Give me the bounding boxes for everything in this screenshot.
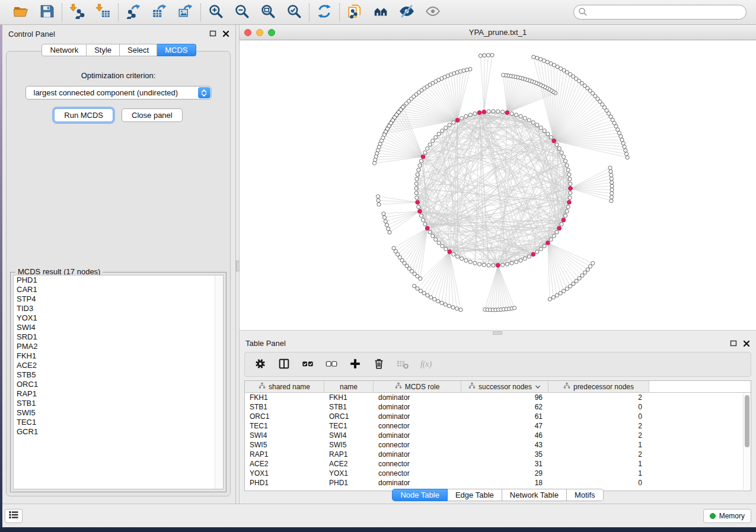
cell-mcds_role[interactable]: connector — [374, 459, 461, 469]
cell-mcds_role[interactable]: connector — [374, 421, 461, 431]
cell-successor_nodes[interactable]: 96 — [461, 393, 548, 402]
tab-select[interactable]: Select — [120, 44, 157, 56]
cell-shared_name[interactable]: YOX1 — [245, 469, 324, 478]
export-image-button[interactable] — [177, 4, 194, 21]
table-row[interactable]: STB1STB1dominator620 — [245, 402, 751, 412]
table-row[interactable]: FKH1FKH1dominator962 — [245, 393, 751, 402]
mcds-result-item[interactable]: SWI4 — [14, 323, 223, 332]
close-panel-icon[interactable] — [222, 30, 229, 38]
refresh-button[interactable] — [315, 4, 333, 21]
export-network-button[interactable] — [125, 4, 142, 21]
cell-predecessor_nodes[interactable]: 0 — [548, 478, 649, 488]
cell-predecessor_nodes[interactable]: 2 — [548, 421, 649, 431]
tab-network[interactable]: Network — [42, 44, 87, 56]
mcds-result-item[interactable]: STB5 — [14, 370, 223, 380]
tab-node-table[interactable]: Node Table — [392, 489, 448, 501]
cell-predecessor_nodes[interactable]: 1 — [548, 469, 649, 478]
zoom-out-button[interactable] — [233, 4, 251, 21]
cell-shared_name[interactable]: SWI4 — [245, 431, 324, 440]
cell-name[interactable]: SWI5 — [324, 440, 374, 450]
cell-successor_nodes[interactable]: 43 — [461, 440, 548, 450]
gear-button[interactable] — [253, 357, 267, 371]
network-canvas[interactable] — [240, 40, 754, 330]
tab-motifs[interactable]: Motifs — [567, 489, 604, 501]
cell-predecessor_nodes[interactable]: 0 — [548, 402, 649, 412]
column-header-predecessor_nodes[interactable]: predecessor nodes — [548, 381, 649, 393]
table-row[interactable]: RAP1RAP1dominator352 — [245, 450, 751, 459]
column-header-mcds_role[interactable]: MCDS role — [374, 381, 461, 393]
cell-name[interactable]: SWI4 — [324, 431, 374, 440]
mcds-result-list[interactable]: PHD1CAR1STP4TID3YOX1SWI4SRD1PMA2FKH1ACE2… — [13, 275, 224, 489]
cell-mcds_role[interactable]: dominator — [374, 402, 461, 412]
export-table-button[interactable] — [151, 4, 168, 21]
cell-successor_nodes[interactable]: 46 — [461, 431, 548, 440]
cell-successor_nodes[interactable]: 18 — [461, 478, 548, 488]
clone-network-button[interactable] — [346, 4, 363, 21]
result-list-scrollbar[interactable] — [215, 275, 223, 489]
cell-name[interactable]: YOX1 — [324, 469, 374, 478]
column-header-shared_name[interactable]: shared name — [245, 381, 324, 393]
run-mcds-button[interactable]: Run MCDS — [54, 108, 113, 122]
cell-name[interactable]: ORC1 — [324, 412, 374, 421]
cell-shared_name[interactable]: ORC1 — [245, 412, 324, 421]
cell-mcds_role[interactable]: dominator — [374, 412, 461, 421]
cell-successor_nodes[interactable]: 62 — [461, 402, 548, 412]
table-row[interactable]: TEC1TEC1connector472 — [245, 421, 751, 431]
mcds-result-item[interactable]: GCR1 — [14, 427, 223, 437]
mcds-result-item[interactable]: CAR1 — [14, 285, 223, 294]
cell-successor_nodes[interactable]: 31 — [461, 459, 548, 469]
zoom-in-button[interactable] — [207, 4, 225, 21]
deselect-all-button[interactable] — [324, 357, 339, 371]
show-details-button[interactable] — [424, 4, 442, 21]
cell-shared_name[interactable]: PHD1 — [245, 478, 324, 488]
cell-shared_name[interactable]: TEC1 — [245, 421, 324, 431]
cell-name[interactable]: ACE2 — [324, 459, 374, 469]
cell-successor_nodes[interactable]: 29 — [461, 469, 548, 478]
cell-name[interactable]: FKH1 — [324, 393, 374, 402]
search-input[interactable] — [573, 5, 747, 20]
cell-successor_nodes[interactable]: 61 — [461, 412, 548, 421]
open-folder-button[interactable] — [12, 4, 30, 21]
cell-shared_name[interactable]: SWI5 — [245, 440, 324, 450]
table-row[interactable]: SWI4SWI4dominator462 — [245, 431, 751, 440]
cell-shared_name[interactable]: STB1 — [245, 402, 324, 412]
column-header-name[interactable]: name — [324, 381, 374, 393]
cell-predecessor_nodes[interactable]: 2 — [548, 431, 649, 440]
mcds-result-item[interactable]: PHD1 — [14, 275, 223, 285]
tab-mcds[interactable]: MCDS — [157, 44, 196, 56]
birdseye-view-button[interactable] — [372, 4, 390, 21]
mcds-result-item[interactable]: RAP1 — [14, 389, 223, 399]
cell-name[interactable]: TEC1 — [324, 421, 374, 431]
float-table-panel-icon[interactable] — [729, 339, 737, 347]
cell-predecessor_nodes[interactable]: 1 — [548, 440, 649, 450]
columns-button[interactable] — [277, 357, 291, 371]
mcds-result-item[interactable]: ACE2 — [14, 361, 223, 370]
zoom-fit-button[interactable] — [259, 4, 277, 21]
delete-button[interactable] — [372, 357, 386, 371]
cell-predecessor_nodes[interactable]: 0 — [548, 412, 649, 421]
cell-successor_nodes[interactable]: 35 — [461, 450, 548, 459]
mcds-result-item[interactable]: PMA2 — [14, 342, 223, 351]
mcds-result-item[interactable]: TID3 — [14, 304, 223, 313]
table-row[interactable]: ACE2ACE2connector311 — [245, 459, 751, 469]
cell-shared_name[interactable]: FKH1 — [245, 393, 324, 402]
cell-mcds_role[interactable]: dominator — [374, 393, 461, 402]
zoom-selected-button[interactable] — [285, 4, 303, 21]
tab-edge-table[interactable]: Edge Table — [448, 489, 502, 501]
table-row[interactable]: SWI5SWI5connector431 — [245, 440, 751, 450]
mcds-result-item[interactable]: STP4 — [14, 294, 223, 304]
table-row[interactable]: YOX1YOX1connector291 — [245, 469, 751, 478]
table-row[interactable]: PHD1PHD1dominator180 — [245, 478, 751, 488]
cell-predecessor_nodes[interactable]: 1 — [548, 459, 649, 469]
cell-shared_name[interactable]: RAP1 — [245, 450, 324, 459]
float-panel-icon[interactable] — [209, 30, 216, 38]
tab-style[interactable]: Style — [87, 44, 120, 56]
cell-mcds_role[interactable]: dominator — [374, 431, 461, 440]
import-network-button[interactable] — [68, 4, 86, 21]
mcds-result-item[interactable]: FKH1 — [14, 351, 223, 361]
column-header-successor_nodes[interactable]: successor nodes — [461, 381, 548, 393]
cell-name[interactable]: RAP1 — [324, 450, 374, 459]
close-table-panel-icon[interactable] — [742, 339, 750, 347]
cell-predecessor_nodes[interactable]: 2 — [548, 393, 649, 402]
add-button[interactable] — [348, 357, 362, 371]
